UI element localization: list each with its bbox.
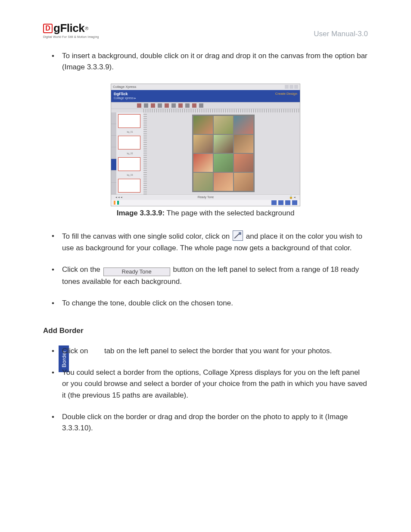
collage-canvas xyxy=(192,115,255,192)
figure-caption: Image 3.3.3.9: The page with the selecte… xyxy=(43,209,368,218)
bullet-change-tone: To change the tone, double click on the … xyxy=(52,298,368,309)
ruler-vertical xyxy=(143,112,147,194)
ruler-horizontal xyxy=(143,109,300,112)
create-design-label: Create Design xyxy=(275,92,297,96)
bullet-fill-color: To fill the canvas with one single solid… xyxy=(52,230,368,254)
logo: D gFlick ® Digital World For Still & Mot… xyxy=(43,22,99,38)
bullet-insert-background: To insert a background, double click on … xyxy=(52,50,368,73)
toolbar xyxy=(111,102,300,109)
figure-screenshot: Collage Xpress DgFlick Collage xpress ▸ … xyxy=(111,84,300,206)
logo-mark: D xyxy=(43,24,53,33)
window-controls xyxy=(285,85,298,89)
thumbnail-panel: bg_01 bg_02 bg_03 xyxy=(116,112,143,194)
app-brand: DgFlick xyxy=(114,92,128,96)
flag-icon xyxy=(114,201,119,205)
page-header: D gFlick ® Digital World For Still & Mot… xyxy=(43,22,368,38)
logo-reg: ® xyxy=(85,26,88,31)
breadcrumb: Collage xpress ▸ xyxy=(114,96,136,100)
section-add-border: Add Border xyxy=(43,327,368,335)
eyedropper-icon xyxy=(233,230,243,241)
ready-tone-label: Ready Tone xyxy=(198,196,214,199)
bullet-select-border: You could select a border from the optio… xyxy=(52,367,368,401)
bullet-click-border-tab: Click on tab on the left panel to select… xyxy=(52,345,368,357)
logo-subtitle: Digital World For Still & Motion Imaging xyxy=(43,35,99,38)
header-title: User Manual-3.0 xyxy=(314,30,368,38)
window-title: Collage Xpress xyxy=(113,85,136,89)
ready-tone-button: Ready Tone xyxy=(103,268,170,276)
save-icons xyxy=(271,200,297,205)
bullet-apply-border: Double click on the border or drag and d… xyxy=(52,411,368,434)
logo-text: gFlick xyxy=(53,22,84,35)
side-tabs xyxy=(111,112,116,194)
bullet-ready-tone: Click on the Ready Tone button on the le… xyxy=(52,264,368,287)
